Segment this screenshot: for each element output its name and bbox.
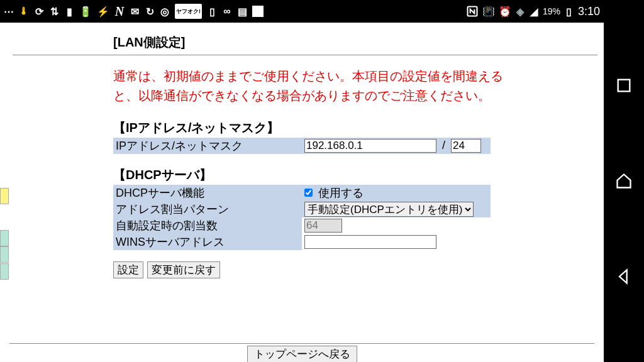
alarm-icon: ⏰ (499, 4, 511, 19)
instagram-icon: ◎ (160, 4, 170, 19)
infinity-icon: ∞ (222, 4, 232, 19)
charge-icon: ⚡ (97, 4, 109, 19)
battery-bars-icon: ▮ (64, 4, 74, 19)
page-title: [LAN側設定] (113, 34, 585, 51)
wifi-on-icon: ⇅ (49, 4, 59, 19)
web-content[interactable]: [LAN側設定] 通常は、初期値のままでご使用ください。本項目の設定値を間違える… (0, 23, 604, 362)
dhcp-use-label: 使用する (318, 187, 364, 199)
dhcp-section-header: 【DHCPサーバ】 (113, 167, 585, 184)
apply-button[interactable]: 設定 (113, 261, 143, 278)
divider (13, 55, 597, 55)
wins-field[interactable] (304, 235, 436, 249)
slash: / (442, 139, 445, 152)
battery-app-icon: 🔋 (79, 4, 92, 19)
back-button[interactable] (615, 268, 633, 285)
ip-address-field[interactable] (304, 139, 436, 153)
pattern-select[interactable]: 手動設定(DHCPエントリを使用) (304, 202, 474, 217)
android-nav-bar (604, 0, 644, 362)
wins-label: WINSサーバアドレス (113, 234, 302, 250)
signal-icon: ◢ (529, 4, 539, 19)
ip-label: IPアドレス/ネットマスク (113, 138, 302, 154)
battery-percent: 19% (543, 6, 560, 16)
bottom-divider (9, 343, 594, 344)
revert-button[interactable]: 変更前に戻す (147, 261, 220, 278)
dhcp-enable-checkbox[interactable] (304, 189, 313, 197)
dhcp-table: DHCPサーバ機能 使用する アドレス割当パターン 手動設定(DHCPエントリを… (113, 185, 491, 250)
notes-icon: ▤ (237, 4, 247, 19)
home-button[interactable] (615, 172, 633, 190)
recent-apps-button[interactable] (615, 77, 633, 94)
battery-icon: ▯ (564, 4, 574, 19)
svg-rect-1 (618, 80, 630, 92)
pattern-label: アドレス割当パターン (113, 201, 302, 217)
clock: 3:10 (578, 5, 600, 18)
nfc-icon (466, 4, 479, 19)
app-box-icon (252, 6, 264, 17)
mail-icon: ✉ (130, 4, 140, 19)
side-tab-2 (0, 230, 9, 246)
auto-count-label: 自動設定時の割当数 (113, 217, 302, 234)
more-icon: ⋯ (4, 4, 14, 19)
refresh-icon: ↻ (145, 4, 155, 19)
dhcp-func-label: DHCPサーバ機能 (113, 185, 302, 201)
android-status-bar: ⋯ 🌡 ⟳ ⇅ ▮ 🔋 ⚡ N ✉ ↻ ◎ ヤフオク! ▯ ∞ ▤ 📳 ⏰ ◈ … (0, 0, 604, 23)
sync-icon: ⟳ (34, 4, 44, 19)
netmask-field[interactable] (451, 139, 481, 153)
n-app-icon: N (114, 4, 125, 19)
side-tab-1 (0, 188, 9, 204)
ip-section-header: 【IPアドレス/ネットマスク】 (113, 119, 585, 136)
side-tab-3 (0, 246, 9, 263)
wifi-icon: ◈ (515, 4, 525, 19)
warning-text: 通常は、初期値のままでご使用ください。本項目の設定値を間違えると、以降通信ができ… (113, 67, 522, 106)
battery-low-icon: ▯ (207, 4, 217, 19)
side-tab-4 (0, 263, 9, 280)
thermometer-icon: 🌡 (19, 4, 29, 19)
ip-table: IPアドレス/ネットマスク / (113, 138, 491, 154)
vibrate-icon: 📳 (482, 4, 495, 19)
yahoo-auction-icon: ヤフオク! (175, 4, 202, 19)
auto-count-field (304, 219, 342, 233)
top-page-button[interactable]: トップページへ戻る (247, 346, 357, 362)
